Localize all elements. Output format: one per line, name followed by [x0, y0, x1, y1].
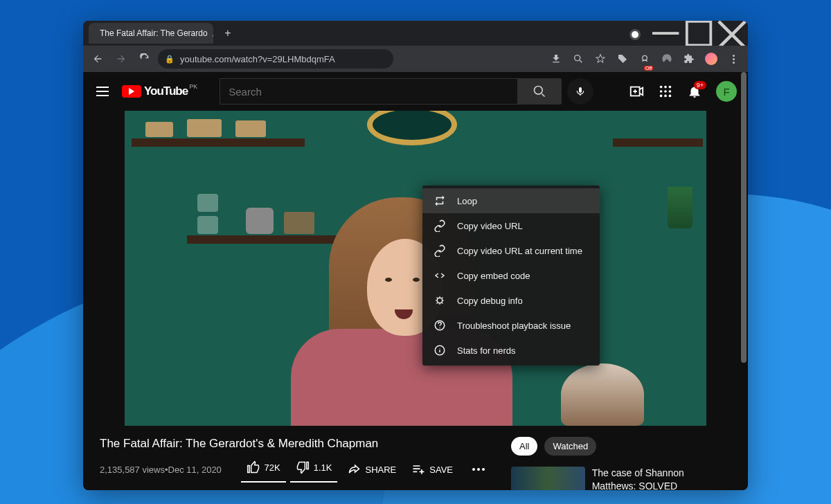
video-player[interactable]: Loop Copy video URL Copy video URL at cu… [125, 111, 706, 426]
create-button[interactable] [629, 84, 644, 99]
svg-point-13 [660, 95, 663, 98]
recording-indicator-icon [632, 31, 638, 38]
tab-title: The Fatal Affair: The Gerardo [100, 28, 208, 38]
svg-point-18 [439, 327, 440, 329]
context-menu-stats[interactable]: Stats for nerds [422, 338, 600, 363]
svg-point-10 [660, 90, 663, 93]
lock-icon: 🔒 [165, 55, 175, 64]
context-menu-copy-url-time[interactable]: Copy video URL at current time [422, 238, 600, 263]
like-button[interactable]: 72K [241, 456, 286, 483]
link-icon [434, 244, 446, 257]
browser-toolbar: 🔒 youtube.com/watch?v=29LHMbdqmFA Off [83, 46, 748, 72]
context-menu-embed[interactable]: Copy embed code [422, 263, 600, 288]
scrollbar-thumb[interactable] [741, 72, 747, 363]
context-menu-loop[interactable]: Loop [422, 188, 600, 213]
more-actions-button[interactable] [463, 464, 494, 475]
notifications-button[interactable]: 9+ [687, 84, 702, 99]
thumb-down-icon [296, 460, 310, 474]
svg-point-14 [664, 95, 667, 98]
avatar-letter: F [723, 86, 729, 98]
maximize-button[interactable] [684, 24, 716, 46]
link-icon [434, 219, 446, 232]
apps-grid-button[interactable] [658, 84, 673, 99]
save-button[interactable]: SAVE [406, 458, 458, 480]
dislike-button[interactable]: 1.1K [290, 456, 338, 483]
bug-icon [434, 294, 446, 307]
recommended-title: The case of Shannon Matthews: SOLVED [592, 467, 706, 490]
back-button[interactable] [87, 48, 108, 69]
forward-button[interactable] [111, 48, 132, 69]
ellipsis-icon [468, 468, 489, 471]
page-content: YouTube PK [83, 72, 748, 490]
playlist-add-icon [411, 462, 425, 476]
chip-watched[interactable]: Watched [544, 437, 596, 456]
svg-rect-5 [579, 87, 582, 93]
svg-point-8 [664, 86, 667, 89]
svg-point-12 [669, 90, 672, 93]
svg-point-11 [664, 90, 667, 93]
browser-window: The Fatal Affair: The Gerardo 🔊 ✕ + [83, 21, 748, 490]
youtube-wordmark: YouTube [144, 84, 188, 98]
search-box[interactable] [220, 78, 517, 105]
close-window-button[interactable] [716, 24, 748, 46]
video-frame-dog [561, 363, 644, 426]
video-stats: 2,135,587 views • Dec 11, 2020 [100, 465, 222, 475]
search-input[interactable] [229, 86, 509, 98]
thumb-up-icon [247, 460, 260, 474]
reload-button[interactable] [134, 48, 155, 69]
profile-avatar-icon[interactable] [701, 48, 722, 69]
svg-rect-0 [652, 32, 679, 35]
new-tab-button[interactable]: + [219, 24, 237, 42]
svg-point-2 [575, 55, 580, 61]
minimize-button[interactable] [652, 24, 684, 46]
svg-point-4 [535, 87, 543, 95]
account-avatar-button[interactable]: F [716, 81, 737, 102]
svg-point-15 [669, 95, 672, 98]
search-button[interactable] [517, 78, 562, 105]
extension-adblock-icon[interactable]: Off [634, 48, 655, 69]
info-icon [434, 344, 446, 357]
extension-vpn-icon[interactable] [656, 48, 677, 69]
svg-point-9 [669, 86, 672, 89]
svg-point-16 [437, 298, 443, 303]
video-title: The Fatal Affair: The Gerardot's & Mered… [100, 437, 494, 451]
extensions-puzzle-icon[interactable] [679, 48, 699, 69]
context-menu-troubleshoot[interactable]: Troubleshoot playback issue [422, 313, 600, 338]
browser-tab[interactable]: The Fatal Affair: The Gerardo 🔊 ✕ [89, 23, 213, 44]
video-context-menu: Loop Copy video URL Copy video URL at cu… [422, 186, 600, 366]
share-icon [347, 462, 361, 476]
voice-search-button[interactable] [567, 78, 593, 105]
extension-off-badge: Off [644, 66, 653, 71]
scrollbar[interactable] [740, 72, 748, 490]
recommended-thumbnail [511, 467, 585, 490]
address-bar[interactable]: 🔒 youtube.com/watch?v=29LHMbdqmFA [158, 49, 393, 69]
region-code: PK [189, 83, 197, 90]
context-menu-copy-url[interactable]: Copy video URL [422, 213, 600, 238]
extension-tag-icon[interactable] [612, 48, 633, 69]
bookmark-star-icon[interactable] [590, 48, 611, 69]
share-button[interactable]: SHARE [341, 458, 402, 480]
zoom-icon[interactable] [568, 48, 589, 69]
notification-count-badge: 9+ [694, 81, 706, 89]
tab-mute-icon[interactable]: 🔊 [212, 28, 213, 38]
titlebar: The Fatal Affair: The Gerardo 🔊 ✕ + [83, 21, 748, 46]
svg-point-7 [660, 86, 663, 89]
chip-all[interactable]: All [511, 437, 537, 456]
recommended-video[interactable]: The case of Shannon Matthews: SOLVED [511, 467, 706, 490]
code-icon [434, 269, 446, 282]
youtube-header: YouTube PK [83, 72, 748, 111]
youtube-logo[interactable]: YouTube PK [122, 84, 188, 98]
browser-menu-button[interactable] [723, 48, 744, 69]
youtube-play-icon [122, 85, 141, 98]
url-text: youtube.com/watch?v=29LHMbdqmFA [180, 54, 335, 64]
guide-menu-button[interactable] [94, 83, 111, 100]
svg-point-3 [643, 55, 647, 60]
svg-rect-1 [687, 21, 711, 45]
loop-icon [434, 195, 446, 207]
context-menu-debug[interactable]: Copy debug info [422, 288, 600, 313]
install-app-icon[interactable] [546, 48, 566, 69]
help-icon [434, 319, 446, 332]
